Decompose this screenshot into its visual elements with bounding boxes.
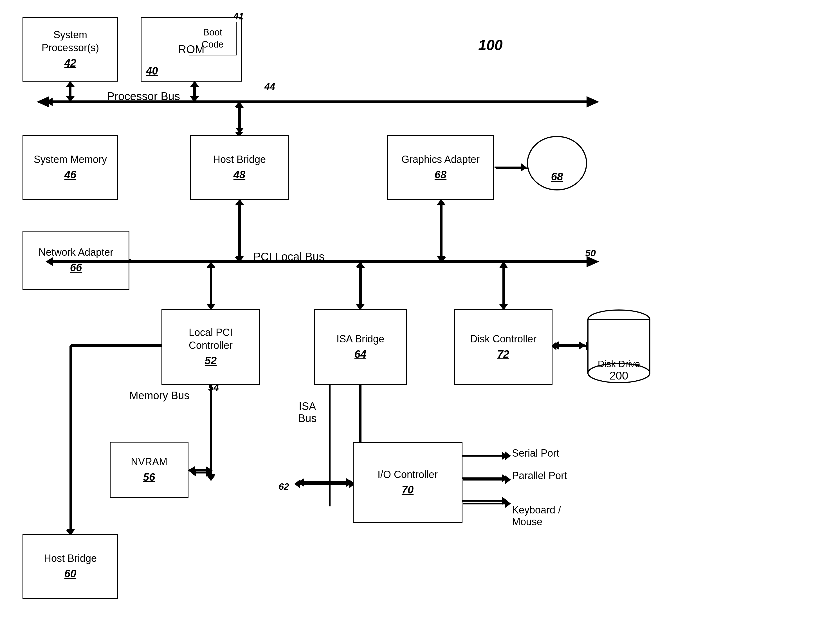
isa-bus-label: ISA Bus <box>298 388 316 425</box>
network-adapter-label: Network Adapter <box>39 246 114 259</box>
graphics-adapter-num: 68 <box>435 168 446 182</box>
svg-marker-107 <box>207 304 215 310</box>
parallel-port-label: Parallel Port <box>512 470 567 481</box>
processor-bus-num: 44 <box>264 81 275 92</box>
svg-marker-105 <box>437 256 445 262</box>
memory-bus-label: Memory Bus <box>130 390 189 402</box>
keyboard-mouse-label: Keyboard / Mouse <box>512 492 561 528</box>
host-bridge-60-num: 60 <box>65 567 76 581</box>
svg-marker-48 <box>502 474 508 483</box>
svg-marker-108 <box>207 262 215 268</box>
svg-marker-19 <box>438 200 446 205</box>
svg-marker-50 <box>502 496 508 505</box>
svg-marker-35 <box>191 469 196 477</box>
svg-marker-79 <box>66 529 75 535</box>
graphics-adapter-label: Graphics Adapter <box>401 153 480 166</box>
svg-marker-2 <box>587 96 599 107</box>
svg-marker-1 <box>37 96 49 107</box>
svg-marker-93 <box>66 96 75 102</box>
isa-bridge-num: 64 <box>354 347 366 361</box>
system-processor-box: System Processor(s) 42 <box>23 17 118 81</box>
display-blob: 68 <box>526 135 588 191</box>
svg-marker-86 <box>505 475 511 484</box>
svg-marker-28 <box>356 262 364 267</box>
disk-drive-cylinder: Disk Drive 200 <box>585 309 653 385</box>
svg-marker-17 <box>235 257 243 263</box>
io-controller-num: 70 <box>402 483 414 497</box>
network-adapter-box: Network Adapter 66 <box>23 231 130 290</box>
isa-bridge-box: ISA Bridge 64 <box>314 309 407 385</box>
disk-controller-num: 72 <box>497 347 509 361</box>
svg-marker-96 <box>190 96 199 102</box>
host-bridge-48-num: 48 <box>234 168 245 182</box>
isa-bridge-label: ISA Bridge <box>336 332 384 346</box>
processor-bus-label: Processor Bus <box>107 90 180 103</box>
svg-marker-114 <box>499 262 508 268</box>
display-num: 68 <box>551 171 563 183</box>
svg-marker-76 <box>206 466 212 475</box>
diagram: System Processor(s) 42 ROM Boot Code 40 … <box>0 0 840 642</box>
svg-marker-98 <box>235 128 244 133</box>
disk-controller-box: Disk Controller 72 <box>454 309 553 385</box>
local-pci-controller-label: Local PCI Controller <box>189 326 233 352</box>
svg-marker-95 <box>190 81 199 87</box>
host-bridge-60-label: Host Bridge <box>44 552 97 565</box>
disk-drive-label: Disk Drive <box>598 359 640 369</box>
pci-bus-label: PCI Local Bus <box>253 250 324 263</box>
svg-marker-46 <box>502 452 508 460</box>
system-memory-box: System Memory 46 <box>23 135 118 200</box>
svg-marker-5 <box>66 96 75 102</box>
svg-marker-88 <box>505 499 511 508</box>
svg-marker-25 <box>207 262 215 267</box>
system-processor-num: 42 <box>65 56 76 70</box>
boot-code-label: Boot Code <box>202 26 224 51</box>
local-pci-controller-box: Local PCI Controller 52 <box>162 309 260 385</box>
svg-marker-16 <box>235 200 243 205</box>
boot-code-ref: 41 <box>233 10 244 22</box>
nvram-label: NVRAM <box>131 456 167 469</box>
svg-marker-102 <box>235 256 244 262</box>
isa-bus-num: 62 <box>279 481 289 492</box>
svg-marker-73 <box>207 475 215 481</box>
svg-marker-92 <box>66 81 75 87</box>
system-memory-num: 46 <box>65 168 76 182</box>
system-processor-label: System Processor(s) <box>42 28 99 55</box>
network-adapter-num: 66 <box>70 261 82 275</box>
system-memory-label: System Memory <box>34 153 107 166</box>
disk-controller-label: Disk Controller <box>470 332 537 346</box>
svg-marker-8 <box>190 96 198 102</box>
svg-marker-70 <box>297 478 304 487</box>
svg-marker-31 <box>499 262 508 267</box>
svg-marker-104 <box>437 199 445 205</box>
svg-marker-20 <box>438 257 446 263</box>
svg-marker-116 <box>45 97 53 106</box>
svg-marker-4 <box>66 81 75 87</box>
svg-marker-7 <box>190 81 198 87</box>
host-bridge-48-box: Host Bridge 48 <box>190 135 289 200</box>
local-pci-controller-num: 52 <box>205 354 217 368</box>
svg-marker-10 <box>235 101 243 107</box>
nvram-box: NVRAM 56 <box>110 442 188 498</box>
host-bridge-48-label: Host Bridge <box>213 153 266 166</box>
svg-marker-101 <box>235 199 244 205</box>
rom-box: ROM Boot Code 40 41 <box>141 17 242 81</box>
svg-marker-43 <box>294 480 300 488</box>
svg-marker-71 <box>346 478 354 487</box>
svg-marker-113 <box>499 304 508 310</box>
svg-marker-90 <box>521 163 527 172</box>
svg-marker-33 <box>207 474 215 480</box>
nvram-num: 56 <box>143 470 155 484</box>
rom-num: 40 <box>146 64 158 78</box>
svg-marker-75 <box>188 466 195 475</box>
svg-marker-82 <box>579 341 586 350</box>
disk-drive-num: 200 <box>610 370 628 382</box>
ref-100: 100 <box>478 37 503 54</box>
svg-marker-99 <box>235 102 244 108</box>
io-controller-box: I/O Controller 70 <box>353 442 462 523</box>
graphics-adapter-box: Graphics Adapter 68 <box>387 135 494 200</box>
svg-marker-84 <box>505 452 511 460</box>
serial-port-label: Serial Port <box>512 447 559 459</box>
io-controller-label: I/O Controller <box>378 468 438 481</box>
svg-marker-81 <box>552 341 559 350</box>
svg-marker-110 <box>357 304 365 310</box>
